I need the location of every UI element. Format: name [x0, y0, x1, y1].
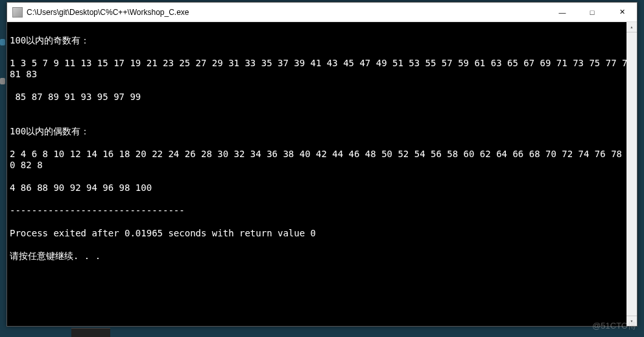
even-numbers-line-2: 4 86 88 90 92 94 96 98 100 — [10, 182, 634, 194]
odd-header-line: 100以内的奇数有： — [10, 35, 634, 47]
scroll-up-button[interactable]: ▴ — [626, 22, 637, 32]
app-icon — [12, 7, 23, 18]
odd-numbers-line-1: 1 3 5 7 9 11 13 15 17 19 21 23 25 27 29 … — [10, 58, 634, 81]
close-button[interactable]: ✕ — [607, 3, 637, 21]
window-title: C:\Users\git\Desktop\C%C++\Workshop_C.ex… — [27, 8, 547, 17]
console-output[interactable]: 100以内的奇数有： 1 3 5 7 9 11 13 15 17 19 21 2… — [7, 22, 637, 326]
console-window: C:\Users\git\Desktop\C%C++\Workshop_C.ex… — [6, 2, 638, 327]
watermark: @51CTO博 — [592, 320, 636, 332]
odd-numbers-line-2: 85 87 89 91 93 95 97 99 — [10, 92, 634, 103]
even-numbers-line-1: 2 4 6 8 10 12 14 16 18 20 22 24 26 28 30… — [10, 149, 634, 171]
even-header-line: 100以内的偶数有： — [10, 126, 634, 138]
desktop-icon-2 — [0, 78, 5, 84]
maximize-button[interactable]: □ — [577, 3, 607, 21]
scroll-track[interactable] — [626, 32, 637, 316]
window-controls: — □ ✕ — [547, 3, 637, 21]
exit-message-line: Process exited after 0.01965 seconds wit… — [10, 228, 634, 240]
separator-line: -------------------------------- — [10, 205, 634, 217]
vertical-scrollbar[interactable]: ▴ ▾ — [626, 22, 637, 326]
desktop-icon-1 — [0, 39, 5, 45]
taskbar-fragment — [71, 328, 110, 337]
titlebar[interactable]: C:\Users\git\Desktop\C%C++\Workshop_C.ex… — [7, 3, 637, 22]
minimize-button[interactable]: — — [547, 3, 577, 21]
prompt-line: 请按任意键继续. . . — [10, 251, 634, 262]
